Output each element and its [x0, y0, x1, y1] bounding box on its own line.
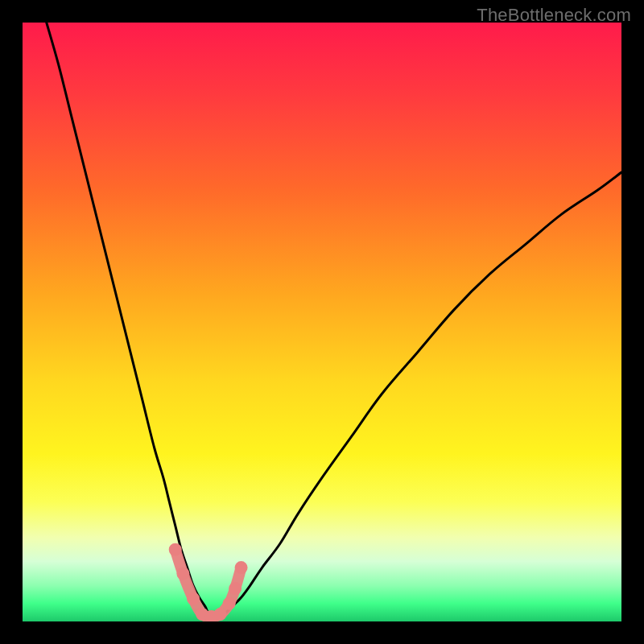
valley-marker-dot: [229, 582, 242, 595]
plot-area: [23, 23, 621, 621]
curve-layer: [23, 23, 621, 621]
valley-markers: [169, 543, 248, 621]
curve-right-branch: [221, 172, 621, 617]
curve-left-branch: [47, 23, 214, 617]
valley-marker-dot: [187, 592, 200, 605]
valley-marker-dot: [176, 567, 189, 580]
watermark-text: TheBottleneck.com: [477, 5, 631, 26]
chart-frame: TheBottleneck.com: [0, 0, 644, 644]
valley-marker-dot: [235, 561, 248, 574]
valley-marker-dot: [169, 543, 182, 556]
valley-marker-dot: [223, 597, 236, 610]
valley-marker-dot: [214, 608, 227, 621]
